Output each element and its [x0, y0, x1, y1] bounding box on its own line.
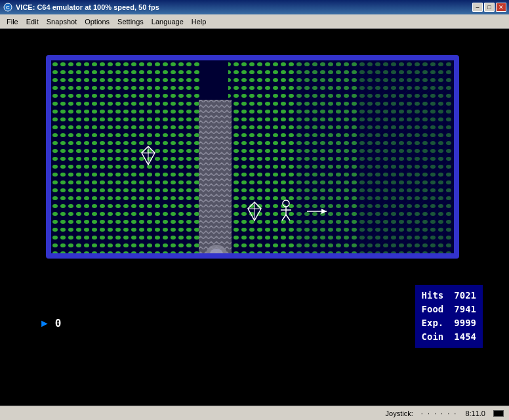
joystick-label: Joystick: — [386, 410, 413, 417]
title-bar: C VICE: C64 emulator at 100% speed, 50 f… — [0, 0, 509, 14]
menu-edit[interactable]: Edit — [22, 16, 43, 27]
menu-snapshot[interactable]: Snapshot — [43, 16, 81, 27]
menu-options[interactable]: Options — [81, 16, 113, 27]
status-coords: 8:11.0 — [465, 410, 485, 417]
game-canvas — [51, 60, 454, 253]
level-arrow-icon: ► — [39, 318, 50, 329]
svg-rect-12 — [199, 100, 232, 253]
food-line: Food 7941 — [422, 303, 476, 316]
food-value: 7941 — [454, 303, 476, 316]
joystick-dots: · · · · · · — [421, 410, 458, 417]
menu-help[interactable]: Help — [188, 16, 211, 27]
exp-label: Exp. — [422, 316, 444, 330]
stats-panel: Hits 7021 Food 7941 Exp. 9999 Coin 1454 — [415, 285, 483, 348]
hits-value: 7021 — [454, 289, 476, 303]
exp-line: Exp. 9999 — [422, 316, 476, 330]
window-title: VICE: C64 emulator at 100% speed, 50 fps — [16, 3, 470, 11]
main-content: Hits 7021 Food 7941 Exp. 9999 Coin 1454 … — [0, 29, 509, 407]
svg-rect-7 — [51, 60, 202, 253]
svg-rect-11 — [294, 60, 454, 253]
status-bar: Joystick: · · · · · · 8:11.0 — [0, 406, 509, 420]
window-controls: – □ ✕ — [472, 3, 506, 12]
game-screen — [46, 55, 459, 259]
exp-value: 9999 — [454, 316, 476, 330]
hits-label: Hits — [422, 289, 444, 303]
maximize-button[interactable]: □ — [484, 3, 495, 12]
coin-label: Coin — [422, 330, 444, 344]
svg-text:C: C — [6, 5, 10, 10]
food-label: Food — [422, 303, 444, 316]
menu-settings[interactable]: Settings — [113, 16, 148, 27]
hits-line: Hits 7021 — [422, 289, 476, 303]
coin-value: 1454 — [454, 330, 476, 344]
app-icon: C — [3, 2, 13, 12]
power-indicator — [493, 410, 504, 417]
menu-file[interactable]: File — [3, 16, 22, 27]
coin-line: Coin 1454 — [422, 330, 476, 344]
minimize-button[interactable]: – — [472, 3, 483, 12]
level-indicator: ► 0 — [39, 317, 61, 329]
game-display — [51, 60, 454, 253]
level-value: 0 — [55, 317, 62, 329]
menu-language[interactable]: Language — [148, 16, 188, 27]
menu-bar: File Edit Snapshot Options Settings Lang… — [0, 14, 509, 29]
close-button[interactable]: ✕ — [496, 3, 506, 12]
